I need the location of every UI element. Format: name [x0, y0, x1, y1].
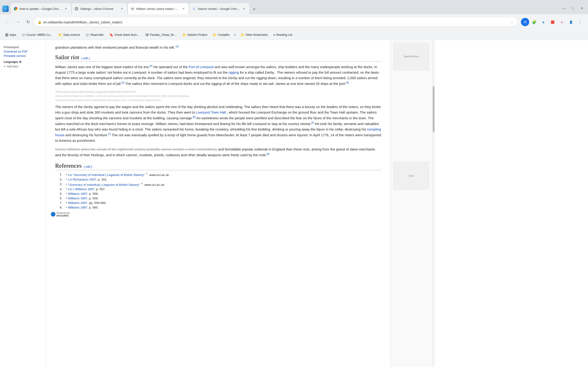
- extension-1-icon[interactable]: 🟥: [548, 18, 557, 26]
- liverpool-town-hall-link[interactable]: Liverpool Town Hall: [196, 110, 226, 114]
- forward-button[interactable]: →: [14, 18, 22, 26]
- ref-7-link[interactable]: Williams 1897: [68, 201, 87, 205]
- intro-paragraph: grandson plantations with their enslaved…: [55, 44, 381, 50]
- bookmark-cheatsheet[interactable]: 🔖 Cheat sheet Num…: [107, 32, 142, 38]
- ref-6-link[interactable]: Williams 1897: [68, 197, 87, 200]
- ref-1-link[interactable]: "Summary of Individual | Legacies of Bri…: [73, 173, 145, 177]
- tab-how-to-update[interactable]: How to update – Google Chro… ✕: [11, 3, 71, 14]
- cite-ref-5[interactable]: [5]: [121, 81, 124, 84]
- menu-icon[interactable]: ⋮: [576, 18, 584, 26]
- cite-ref-4c[interactable]: [4]: [311, 121, 314, 124]
- ref-2-link[interactable]: Richardson 2007: [73, 178, 96, 181]
- apps-button[interactable]: ⊞ Apps: [3, 31, 19, 38]
- right-aside: Slav off t Édou Slav: [390, 40, 432, 367]
- ref-1-anchor-a[interactable]: a: [68, 173, 69, 177]
- scrollbar-thumb[interactable]: [433, 86, 435, 132]
- cite-ref-4a[interactable]: [4]: [149, 65, 152, 67]
- omnibox[interactable]: 🔒 en.wikipedia.org/wiki/William_James_(s…: [34, 17, 517, 27]
- ref-4-anchor-b[interactable]: b: [70, 188, 72, 191]
- reference-4: 4. ^ a b c Williams 1897, p. 557.: [60, 187, 381, 191]
- cite-ref-3[interactable]: [3]: [176, 45, 179, 48]
- datasci-project-icon: 📁: [182, 33, 186, 37]
- cite-ref-4b[interactable]: [4]: [346, 81, 349, 84]
- tab-close-4[interactable]: ✕: [242, 6, 246, 11]
- garbled-line-3: registered trademark of the Wikimedia Fo…: [55, 98, 162, 102]
- tab-close-2[interactable]: ✕: [120, 6, 124, 11]
- port-of-liverpool-link[interactable]: Port of Liverpool: [189, 65, 214, 69]
- references-edit-link[interactable]: [ edit ]: [84, 165, 92, 168]
- tab-search-results[interactable]: G Search results – Google Chro… ✕: [190, 3, 249, 14]
- mbbs-icon: 📰: [22, 33, 26, 36]
- ref-8-link[interactable]: Williams 1897: [68, 206, 87, 209]
- printable-version-link[interactable]: Printable version: [4, 54, 42, 58]
- bookmark-pandas[interactable]: 🐼 Pandas_Cheat_Sh…: [143, 32, 179, 37]
- new-tab-button[interactable]: +: [250, 5, 258, 13]
- reference-6: 6. ^ Williams 1897, p. 559.: [60, 197, 381, 200]
- scrollbar[interactable]: [432, 40, 435, 367]
- ref-4-anchor-c[interactable]: c: [73, 188, 74, 191]
- ref-2-anchor-b[interactable]: b: [70, 178, 72, 181]
- extension-2-icon[interactable]: ♦: [558, 18, 566, 26]
- browser-frame: ◇ How to update – Google Chro… ✕ ⚙ Setti…: [0, 0, 588, 367]
- pandas-icon: 🐼: [145, 33, 149, 36]
- extension-3-icon[interactable]: 👤: [567, 18, 575, 26]
- ref-5-link[interactable]: Williams 1897: [68, 192, 87, 195]
- print-export-section: Print/export Download as PDF Printable v…: [4, 45, 42, 58]
- tab-wikipedia[interactable]: W William James (slave trader) –… ✕: [128, 3, 189, 14]
- download-pdf-link[interactable]: Download as PDF: [4, 50, 42, 53]
- add-links-button[interactable]: ✏ Add links: [4, 65, 42, 68]
- apps-grid-icon: ⊞: [5, 32, 9, 37]
- reference-2: 2. ^ a b Richardson 2007, p. 201.: [60, 178, 381, 181]
- ref-4-link[interactable]: Williams 1897: [75, 187, 95, 191]
- maximize-button[interactable]: □: [569, 4, 577, 12]
- ref-4-anchor-a[interactable]: a: [68, 188, 69, 191]
- toolbar-icons: M 🧩 ◈ 🟥 ♦ 👤 ⋮: [521, 18, 584, 26]
- bookmark-reading-list[interactable]: ≡ Reading List: [271, 32, 295, 38]
- cite-ref-6[interactable]: [6]: [193, 116, 196, 118]
- bookmark-read-later[interactable]: 📰 Read later: [83, 32, 106, 38]
- rigging-link[interactable]: rigging: [229, 70, 239, 74]
- more-bookmarks-button[interactable]: »: [233, 32, 237, 37]
- minimize-button[interactable]: —: [560, 4, 568, 12]
- references-list: 1. ^ a b "Summary of Individual | Legaci…: [60, 173, 381, 209]
- bookmark-datasci-project[interactable]: 📁 DataSci Project: [180, 32, 209, 38]
- reference-8: 8. ^ Williams 1897, p. 560.: [60, 206, 381, 209]
- bookmark-datasci[interactable]: 📁 Data science: [56, 32, 82, 38]
- ref-2-anchor-a[interactable]: a: [68, 178, 69, 181]
- derby-link: Derby: [84, 105, 93, 109]
- title-bar: ◇ How to update – Google Chro… ✕ ⚙ Setti…: [0, 0, 588, 14]
- tab-close-3[interactable]: ✕: [181, 6, 186, 11]
- derby-italic-1: Derby: [265, 70, 274, 74]
- reload-icon: ↻: [26, 19, 30, 25]
- tab-settings[interactable]: ⚙ Settings – About Chrome ✕: [72, 3, 127, 14]
- bookmark-mbbs[interactable]: 📰 Course: MBBS Cu…: [19, 32, 55, 37]
- cheatsheet-icon: 🔖: [109, 33, 113, 37]
- content-area: Print/export Download as PDF Printable v…: [0, 40, 588, 367]
- bookmark-star-icon[interactable]: ☆: [510, 20, 514, 24]
- reference-1: 1. ^ a b "Summary of Individual | Legaci…: [60, 173, 381, 177]
- chrome-sync-icon[interactable]: ◈: [539, 18, 548, 26]
- close-button[interactable]: ✕: [578, 4, 586, 12]
- cite-ref-8[interactable]: [8]: [267, 152, 269, 155]
- tab-close-1[interactable]: ✕: [64, 6, 68, 11]
- reading-list-icon: ≡: [273, 33, 275, 37]
- ref-3-link[interactable]: "Summary of Individual | Legacies of Bri…: [68, 183, 140, 186]
- profile-icon[interactable]: M: [521, 18, 529, 26]
- reload-button[interactable]: ↻: [24, 18, 32, 26]
- read-later-icon: 📰: [86, 33, 89, 37]
- bookmark-compbio[interactable]: 📁 CompBio: [210, 32, 232, 38]
- cite-ref-7[interactable]: [7]: [108, 133, 111, 135]
- strikethrough-text: Gomez Williams writes the annals of the …: [55, 147, 217, 151]
- reference-5: 5. ^ Williams 1897, p. 558.: [60, 192, 381, 195]
- sailor-riot-p3: Gomez Williams writes the annals of the …: [55, 147, 381, 158]
- print-export-heading: Print/export: [4, 45, 42, 49]
- gear-icon[interactable]: ⚙: [19, 60, 22, 64]
- ref-1-anchor-b[interactable]: b: [70, 173, 72, 177]
- bookmark-other[interactable]: 📁 Other Bookmarks: [238, 32, 270, 38]
- back-button[interactable]: ←: [4, 18, 12, 26]
- chevron-right-icon: »: [234, 33, 236, 36]
- compbio-icon: 📁: [213, 33, 216, 37]
- sailor-riot-edit-link[interactable]: [ edit ]: [82, 56, 90, 60]
- extensions-icon[interactable]: 🧩: [530, 18, 538, 26]
- garbled-text-area: This owners last edited Derby suggested …: [55, 90, 381, 102]
